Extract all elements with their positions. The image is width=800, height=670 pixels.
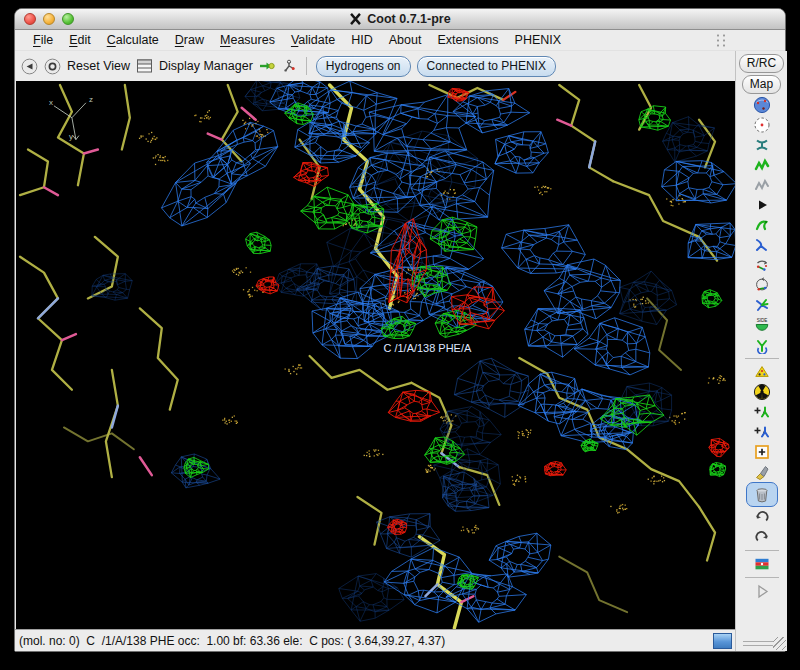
menu-phenix[interactable]: PHENIX — [507, 31, 570, 49]
tool-rigid-body-fit-icon[interactable] — [749, 195, 775, 215]
tool-flip-peptide-icon[interactable] — [749, 295, 775, 315]
window-title: Coot 0.7.1-pre — [349, 12, 450, 26]
menu-measures[interactable]: Measures — [212, 31, 283, 49]
sidebar-separator — [745, 550, 779, 551]
molecule-icon[interactable] — [281, 58, 297, 74]
menu-extensions[interactable]: Extensions — [429, 31, 506, 49]
tool-undo-icon[interactable] — [749, 507, 775, 527]
tool-add-atom-icon[interactable] — [749, 422, 775, 442]
menu-hid[interactable]: HID — [343, 31, 381, 49]
menu-calculate[interactable]: Calculate — [99, 31, 167, 49]
menu-draw[interactable]: Draw — [167, 31, 212, 49]
tool-rotate-translate-icon[interactable] — [749, 255, 775, 275]
svg-text:z: z — [89, 95, 93, 104]
reset-view-button[interactable]: Reset View — [67, 59, 130, 73]
status-text: (mol. no: 0) C /1/A/138 PHE occ: 1.00 bf… — [19, 634, 445, 648]
menu-about[interactable]: About — [381, 31, 430, 49]
tool-auto-fit-rotamer-icon[interactable] — [749, 215, 775, 235]
go-to-atom-icon[interactable] — [259, 58, 275, 74]
zoom-button[interactable] — [62, 13, 74, 25]
close-button[interactable] — [24, 13, 36, 25]
sidebar-separator — [745, 577, 779, 578]
tool-range-clamp-icon[interactable] — [749, 135, 775, 155]
tool-recentre-icon[interactable] — [749, 115, 775, 135]
tool-rotamers-icon[interactable] — [749, 235, 775, 255]
title-bar[interactable]: Coot 0.7.1-pre — [15, 9, 785, 30]
coot-window: Coot 0.7.1-pre FileEditCalculateDrawMeas… — [14, 8, 786, 652]
tool-run-script-icon — [749, 581, 775, 601]
display-manager-icon[interactable] — [136, 58, 153, 74]
display-manager-button[interactable]: Display Manager — [159, 59, 253, 73]
menu-validate[interactable]: Validate — [283, 31, 343, 49]
sidebar-bottom — [736, 631, 787, 651]
tool-edit-chi-angles-icon[interactable] — [749, 335, 775, 355]
desktop: Coot 0.7.1-pre FileEditCalculateDrawMeas… — [0, 0, 800, 670]
svg-text:y: y — [69, 132, 73, 141]
window-controls — [24, 13, 74, 25]
tool-clean-brush-icon[interactable] — [749, 462, 775, 482]
tool-list: SIDE — [736, 95, 787, 601]
status-scale-widget[interactable] — [713, 633, 732, 649]
menu-edit[interactable]: Edit — [61, 31, 99, 49]
menu-file[interactable]: File — [25, 31, 61, 49]
tool-add-terminal-residue-icon[interactable] — [749, 402, 775, 422]
reset-view-target-icon[interactable] — [44, 58, 61, 75]
hydrogens-toggle-button[interactable]: Hydrogens on — [316, 56, 411, 77]
tool-mutate-icon[interactable] — [749, 382, 775, 402]
tool-side-chain-flip-icon[interactable]: SIDE — [749, 315, 775, 335]
menubar-grip[interactable] — [715, 33, 727, 47]
x11-icon — [349, 12, 362, 26]
tool-pointer-atom-icon[interactable] — [749, 442, 775, 462]
sidebar-separator — [745, 358, 779, 359]
reset-view-back-icon[interactable] — [21, 58, 38, 75]
handle-line — [743, 641, 773, 642]
toolbar: Reset View Display Manager — [15, 51, 735, 81]
resize-grip[interactable] — [773, 637, 786, 650]
status-bar: (mol. no: 0) C /1/A/138 PHE occ: 1.00 bf… — [15, 629, 735, 651]
window-title-text: Coot 0.7.1-pre — [367, 12, 450, 26]
map-button[interactable]: Map — [742, 75, 781, 94]
tool-view-sphere-icon[interactable] — [749, 95, 775, 115]
handle-line — [743, 645, 773, 646]
molecular-scene: xyzC /1/A/138 PHE/A — [16, 81, 735, 629]
tool-add-alt-conf-icon[interactable] — [749, 362, 775, 382]
tool-real-space-refine-icon[interactable] — [749, 155, 775, 175]
canvas-background — [16, 81, 735, 629]
gl-viewport[interactable]: xyzC /1/A/138 PHE/A — [15, 81, 735, 629]
tool-torsion-general-icon[interactable] — [749, 275, 775, 295]
toolbar-separator — [306, 57, 307, 75]
svg-text:x: x — [49, 98, 53, 107]
rc-button[interactable]: R/RC — [739, 54, 784, 73]
minimize-button[interactable] — [43, 13, 55, 25]
phenix-connection-button[interactable]: Connected to PHENIX — [417, 56, 556, 77]
tool-flag-icon[interactable] — [749, 554, 775, 574]
svg-text:SIDE: SIDE — [756, 318, 767, 323]
tool-redo-icon[interactable] — [749, 527, 775, 547]
modelling-sidebar: R/RC Map SIDE — [735, 51, 787, 651]
picked-atom-label: C /1/A/138 PHE/A — [383, 342, 472, 354]
tool-delete-item-icon[interactable] — [746, 482, 778, 507]
menu-bar: FileEditCalculateDrawMeasuresValidateHID… — [15, 30, 785, 51]
tool-regularize-zone-icon[interactable] — [749, 175, 775, 195]
